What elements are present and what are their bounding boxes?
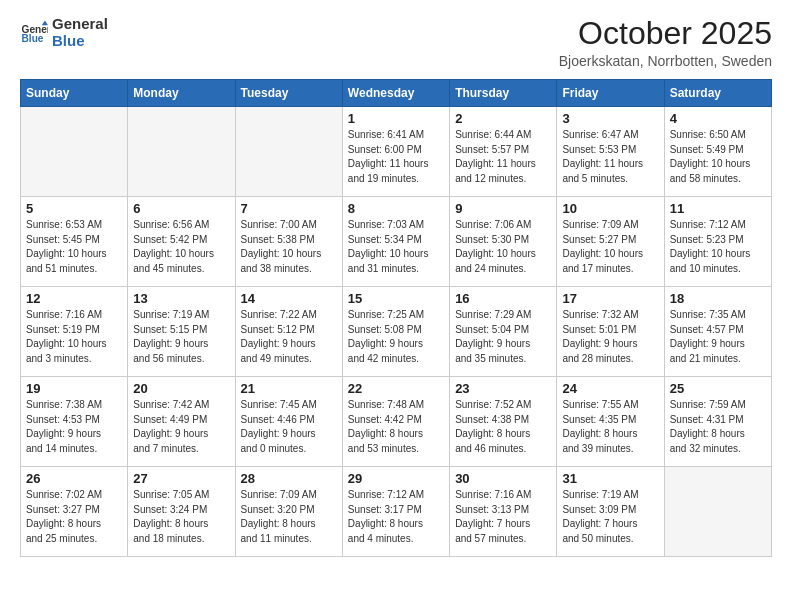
day-info: Sunrise: 7:00 AM Sunset: 5:38 PM Dayligh… (241, 218, 337, 276)
day-number: 20 (133, 381, 229, 396)
header: General Blue General Blue October 2025 B… (20, 16, 772, 69)
weekday-header-friday: Friday (557, 80, 664, 107)
day-info: Sunrise: 7:19 AM Sunset: 3:09 PM Dayligh… (562, 488, 658, 546)
day-info: Sunrise: 7:32 AM Sunset: 5:01 PM Dayligh… (562, 308, 658, 366)
calendar-cell: 27Sunrise: 7:05 AM Sunset: 3:24 PM Dayli… (128, 467, 235, 557)
day-info: Sunrise: 7:25 AM Sunset: 5:08 PM Dayligh… (348, 308, 444, 366)
calendar-cell: 14Sunrise: 7:22 AM Sunset: 5:12 PM Dayli… (235, 287, 342, 377)
calendar-cell: 19Sunrise: 7:38 AM Sunset: 4:53 PM Dayli… (21, 377, 128, 467)
calendar-cell: 7Sunrise: 7:00 AM Sunset: 5:38 PM Daylig… (235, 197, 342, 287)
day-number: 24 (562, 381, 658, 396)
day-number: 21 (241, 381, 337, 396)
day-number: 12 (26, 291, 122, 306)
location: Bjoerkskatan, Norrbotten, Sweden (559, 53, 772, 69)
calendar-week-row: 19Sunrise: 7:38 AM Sunset: 4:53 PM Dayli… (21, 377, 772, 467)
calendar-cell: 13Sunrise: 7:19 AM Sunset: 5:15 PM Dayli… (128, 287, 235, 377)
calendar-cell: 15Sunrise: 7:25 AM Sunset: 5:08 PM Dayli… (342, 287, 449, 377)
day-number: 18 (670, 291, 766, 306)
calendar-cell: 1Sunrise: 6:41 AM Sunset: 6:00 PM Daylig… (342, 107, 449, 197)
day-info: Sunrise: 7:12 AM Sunset: 3:17 PM Dayligh… (348, 488, 444, 546)
day-number: 2 (455, 111, 551, 126)
day-info: Sunrise: 6:50 AM Sunset: 5:49 PM Dayligh… (670, 128, 766, 186)
title-block: October 2025 Bjoerkskatan, Norrbotten, S… (559, 16, 772, 69)
calendar-cell: 18Sunrise: 7:35 AM Sunset: 4:57 PM Dayli… (664, 287, 771, 377)
calendar-cell: 31Sunrise: 7:19 AM Sunset: 3:09 PM Dayli… (557, 467, 664, 557)
day-info: Sunrise: 7:09 AM Sunset: 5:27 PM Dayligh… (562, 218, 658, 276)
svg-marker-2 (42, 20, 48, 25)
calendar-cell: 28Sunrise: 7:09 AM Sunset: 3:20 PM Dayli… (235, 467, 342, 557)
day-info: Sunrise: 7:02 AM Sunset: 3:27 PM Dayligh… (26, 488, 122, 546)
logo-general: General (52, 16, 108, 33)
calendar-header-row: SundayMondayTuesdayWednesdayThursdayFrid… (21, 80, 772, 107)
calendar-cell: 4Sunrise: 6:50 AM Sunset: 5:49 PM Daylig… (664, 107, 771, 197)
calendar-cell: 6Sunrise: 6:56 AM Sunset: 5:42 PM Daylig… (128, 197, 235, 287)
calendar-cell: 12Sunrise: 7:16 AM Sunset: 5:19 PM Dayli… (21, 287, 128, 377)
calendar-week-row: 5Sunrise: 6:53 AM Sunset: 5:45 PM Daylig… (21, 197, 772, 287)
day-info: Sunrise: 7:03 AM Sunset: 5:34 PM Dayligh… (348, 218, 444, 276)
day-number: 27 (133, 471, 229, 486)
logo-icon: General Blue (20, 19, 48, 47)
day-number: 25 (670, 381, 766, 396)
calendar-cell: 2Sunrise: 6:44 AM Sunset: 5:57 PM Daylig… (450, 107, 557, 197)
calendar-cell: 23Sunrise: 7:52 AM Sunset: 4:38 PM Dayli… (450, 377, 557, 467)
day-number: 5 (26, 201, 122, 216)
calendar-cell: 16Sunrise: 7:29 AM Sunset: 5:04 PM Dayli… (450, 287, 557, 377)
calendar-cell: 26Sunrise: 7:02 AM Sunset: 3:27 PM Dayli… (21, 467, 128, 557)
day-number: 19 (26, 381, 122, 396)
day-number: 7 (241, 201, 337, 216)
day-info: Sunrise: 7:09 AM Sunset: 3:20 PM Dayligh… (241, 488, 337, 546)
day-number: 9 (455, 201, 551, 216)
calendar-cell: 29Sunrise: 7:12 AM Sunset: 3:17 PM Dayli… (342, 467, 449, 557)
calendar-cell: 11Sunrise: 7:12 AM Sunset: 5:23 PM Dayli… (664, 197, 771, 287)
day-info: Sunrise: 7:22 AM Sunset: 5:12 PM Dayligh… (241, 308, 337, 366)
calendar-week-row: 1Sunrise: 6:41 AM Sunset: 6:00 PM Daylig… (21, 107, 772, 197)
calendar-cell: 9Sunrise: 7:06 AM Sunset: 5:30 PM Daylig… (450, 197, 557, 287)
day-info: Sunrise: 7:42 AM Sunset: 4:49 PM Dayligh… (133, 398, 229, 456)
day-info: Sunrise: 7:06 AM Sunset: 5:30 PM Dayligh… (455, 218, 551, 276)
logo: General Blue General Blue (20, 16, 108, 49)
day-info: Sunrise: 7:35 AM Sunset: 4:57 PM Dayligh… (670, 308, 766, 366)
day-number: 16 (455, 291, 551, 306)
day-number: 29 (348, 471, 444, 486)
calendar-cell: 30Sunrise: 7:16 AM Sunset: 3:13 PM Dayli… (450, 467, 557, 557)
day-number: 13 (133, 291, 229, 306)
weekday-header-monday: Monday (128, 80, 235, 107)
weekday-header-wednesday: Wednesday (342, 80, 449, 107)
calendar-cell: 17Sunrise: 7:32 AM Sunset: 5:01 PM Dayli… (557, 287, 664, 377)
calendar-cell (235, 107, 342, 197)
day-info: Sunrise: 7:59 AM Sunset: 4:31 PM Dayligh… (670, 398, 766, 456)
day-info: Sunrise: 6:56 AM Sunset: 5:42 PM Dayligh… (133, 218, 229, 276)
calendar-cell: 20Sunrise: 7:42 AM Sunset: 4:49 PM Dayli… (128, 377, 235, 467)
calendar-cell: 10Sunrise: 7:09 AM Sunset: 5:27 PM Dayli… (557, 197, 664, 287)
svg-text:Blue: Blue (22, 33, 44, 44)
calendar-table: SundayMondayTuesdayWednesdayThursdayFrid… (20, 79, 772, 557)
month-title: October 2025 (559, 16, 772, 51)
day-number: 31 (562, 471, 658, 486)
logo-blue: Blue (52, 33, 108, 50)
day-number: 3 (562, 111, 658, 126)
calendar-week-row: 12Sunrise: 7:16 AM Sunset: 5:19 PM Dayli… (21, 287, 772, 377)
day-info: Sunrise: 6:44 AM Sunset: 5:57 PM Dayligh… (455, 128, 551, 186)
day-info: Sunrise: 7:29 AM Sunset: 5:04 PM Dayligh… (455, 308, 551, 366)
day-number: 14 (241, 291, 337, 306)
day-info: Sunrise: 7:55 AM Sunset: 4:35 PM Dayligh… (562, 398, 658, 456)
calendar-cell (128, 107, 235, 197)
day-number: 26 (26, 471, 122, 486)
day-number: 15 (348, 291, 444, 306)
calendar-cell (21, 107, 128, 197)
day-number: 11 (670, 201, 766, 216)
day-info: Sunrise: 6:47 AM Sunset: 5:53 PM Dayligh… (562, 128, 658, 186)
day-info: Sunrise: 6:41 AM Sunset: 6:00 PM Dayligh… (348, 128, 444, 186)
calendar-cell: 21Sunrise: 7:45 AM Sunset: 4:46 PM Dayli… (235, 377, 342, 467)
weekday-header-tuesday: Tuesday (235, 80, 342, 107)
weekday-header-thursday: Thursday (450, 80, 557, 107)
day-info: Sunrise: 7:19 AM Sunset: 5:15 PM Dayligh… (133, 308, 229, 366)
day-number: 28 (241, 471, 337, 486)
calendar-cell: 5Sunrise: 6:53 AM Sunset: 5:45 PM Daylig… (21, 197, 128, 287)
day-info: Sunrise: 6:53 AM Sunset: 5:45 PM Dayligh… (26, 218, 122, 276)
weekday-header-saturday: Saturday (664, 80, 771, 107)
calendar-cell: 24Sunrise: 7:55 AM Sunset: 4:35 PM Dayli… (557, 377, 664, 467)
calendar-cell: 22Sunrise: 7:48 AM Sunset: 4:42 PM Dayli… (342, 377, 449, 467)
day-info: Sunrise: 7:12 AM Sunset: 5:23 PM Dayligh… (670, 218, 766, 276)
calendar-cell: 25Sunrise: 7:59 AM Sunset: 4:31 PM Dayli… (664, 377, 771, 467)
